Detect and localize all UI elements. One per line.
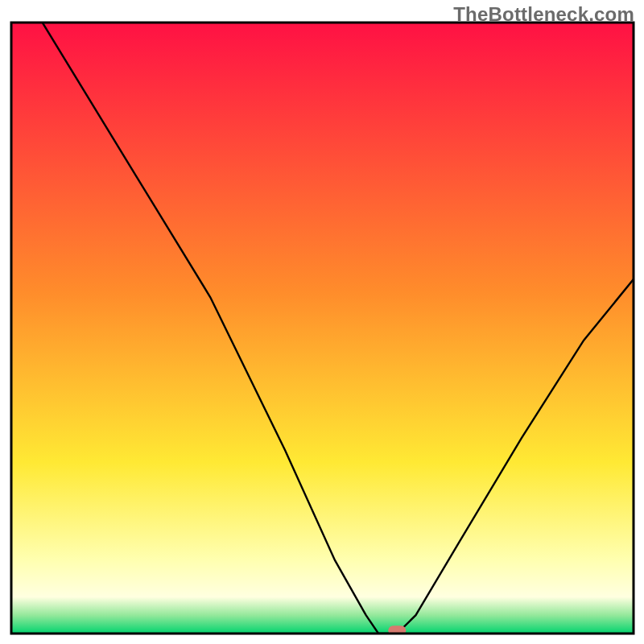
gradient-background (11, 23, 634, 634)
chart-stage: TheBottleneck.com (0, 0, 644, 644)
bottleneck-chart-svg (0, 0, 644, 644)
watermark-label: TheBottleneck.com (453, 3, 634, 26)
